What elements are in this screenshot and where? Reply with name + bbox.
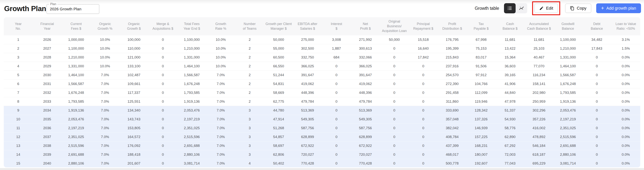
table-cell: 3,081,714 [554, 159, 582, 167]
table-cell: 39,165 [496, 71, 524, 79]
table-cell: 8 [4, 97, 32, 106]
add-growth-plan-button[interactable]: + Add growth plan [596, 4, 641, 13]
table-cell: 54,831 [264, 79, 293, 88]
table-cell: 0.0% [612, 159, 640, 167]
table-cell: 0 [148, 115, 177, 124]
table-cell: 0 [409, 62, 438, 71]
table-cell: 9 [4, 106, 32, 115]
table-cell: 0 [409, 150, 438, 159]
table-cell: 0 [380, 150, 409, 159]
table-cell: 357,226 [524, 115, 553, 124]
table-row: 720321,676,2487.0%117,33701,793,5857.0%2… [4, 88, 640, 97]
table-cell: 7.0% [206, 133, 235, 141]
table-cell: 5 [4, 71, 32, 79]
table-cell: 391,647 [293, 71, 322, 79]
table-cell: 54,857 [264, 133, 293, 141]
table-cell: 0 [148, 97, 177, 106]
table-cell: 0 [148, 150, 177, 159]
table-cell: 2032 [32, 88, 62, 97]
table-cell: 0 [322, 62, 351, 71]
table-cell: 7.0% [206, 124, 235, 133]
table-cell: 0 [409, 71, 438, 79]
table-cell: 34,482 [582, 35, 611, 44]
copy-button[interactable]: Copy [565, 4, 591, 13]
table-cell: 51,337 [496, 106, 524, 115]
table-cell: 192,607 [467, 159, 496, 167]
table-cell: 66,550 [264, 62, 293, 71]
plan-select[interactable]: Plan 2026 Growth Plan [46, 4, 99, 14]
table-cell: 195,399 [438, 44, 466, 53]
table-cell: 0 [322, 133, 351, 141]
table-cell: 58,776 [496, 124, 524, 133]
table-cell: 7.0% [90, 97, 120, 106]
table-cell: 2 [235, 44, 264, 53]
table-cell: 0.0% [612, 79, 640, 88]
column-header: Total Fees Year End $ [177, 17, 206, 35]
table-cell: 448,396 [293, 88, 322, 97]
table-cell: 7.0% [90, 115, 120, 124]
table-view-button[interactable] [504, 3, 516, 13]
table-cell: 0 [322, 71, 351, 79]
table-cell: 1,000,000 [62, 35, 90, 44]
table-cell: 0 [148, 141, 177, 150]
table-cell: 58,697 [264, 141, 293, 150]
horizontal-scrollbar[interactable] [0, 168, 644, 170]
table-cell: 7.0% [206, 97, 235, 106]
table-cell: 1,566,587 [177, 71, 206, 79]
table-cell: 0.0% [612, 88, 640, 97]
table-cell: 2 [235, 97, 264, 106]
table-cell: 11 [4, 124, 32, 133]
table-cell: 1,100,000 [554, 35, 582, 44]
table-row: 1120362,197,2197.0%153,80502,351,0257.0%… [4, 124, 640, 133]
table-row: 420291,331,00010.0%133,10001,464,10010.0… [4, 62, 640, 71]
column-header: Organic Growth % [90, 17, 120, 35]
table-cell: 479,784 [293, 97, 322, 106]
table-cell: 311,860 [438, 97, 466, 106]
table-cell: 7.0% [90, 106, 120, 115]
column-header: Profit Distribution $ [438, 17, 466, 35]
table-cell: 0 [582, 53, 611, 62]
table-cell: 2,197,219 [62, 124, 90, 133]
table-cell: 391,647 [351, 71, 380, 79]
table-cell: 2,515,596 [62, 141, 90, 150]
table-cell: 1,100,000 [177, 35, 206, 44]
table-cell: 4 [4, 62, 32, 71]
table-cell: 513,369 [351, 106, 380, 115]
table-row: 220271,100,00010.0%110,00001,210,00010.0… [4, 44, 640, 53]
table-cell: 0 [380, 53, 409, 62]
table-cell: 0 [380, 115, 409, 124]
table-cell: 134,340 [120, 106, 148, 115]
table-cell: 50,000 [264, 35, 293, 44]
table-row: 1320382,515,5967.0%176,09202,691,6887.0%… [4, 141, 640, 150]
table-cell: 3 [235, 133, 264, 141]
chart-view-button[interactable] [516, 3, 527, 13]
table-cell: 77,070 [524, 62, 553, 71]
edit-button-label: Edit [546, 6, 553, 11]
table-cell: 0 [148, 133, 177, 141]
table-cell: 0.0% [612, 124, 640, 133]
plan-select-value: 2026 Growth Plan [47, 5, 99, 14]
table-cell: 3.1% [612, 35, 640, 44]
table-cell: 2035 [32, 115, 62, 124]
table-cell: 10.0% [90, 62, 120, 71]
table-cell: 15 [4, 159, 32, 167]
pencil-icon [539, 6, 544, 11]
table-cell: 72,003 [496, 150, 524, 159]
growth-plan-page: Growth Plan Plan 2026 Growth Plan Growth… [0, 0, 644, 170]
table-cell: 10.0% [90, 44, 120, 53]
table-cell: 2040 [32, 159, 62, 167]
table-cell: 332,750 [293, 53, 322, 62]
table-cell: 153,805 [120, 124, 148, 133]
table-cell: 6 [4, 79, 32, 88]
table-cell: 1,210,000 [62, 53, 90, 62]
table-cell: 0 [322, 141, 351, 150]
table-cell: 0 [409, 97, 438, 106]
table-cell: 10.0% [206, 44, 235, 53]
edit-button[interactable]: Edit [534, 4, 558, 13]
table-cell: 7.0% [206, 115, 235, 124]
page-title: Growth Plan [4, 5, 46, 13]
table-cell: 12 [4, 133, 32, 141]
table-row: 1420392,691,6887.0%188,41802,880,1067.0%… [4, 150, 640, 159]
table-row: 1020352,053,4767.0%143,74302,197,2197.0%… [4, 115, 640, 124]
table-cell: 146,939 [467, 124, 496, 133]
